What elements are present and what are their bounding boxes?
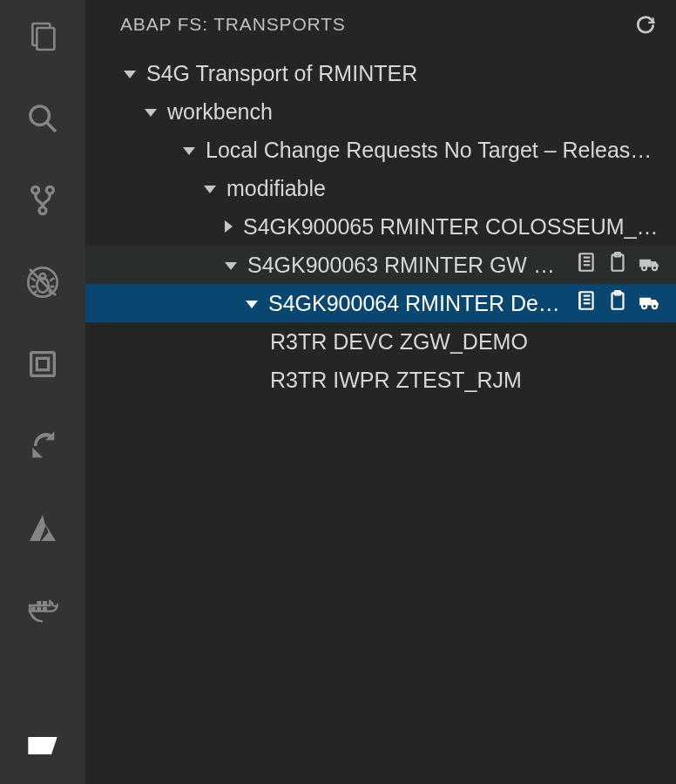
open-reference-icon[interactable] bbox=[575, 288, 598, 318]
azure-icon[interactable] bbox=[22, 507, 64, 549]
docker-icon[interactable] bbox=[22, 589, 64, 631]
clipboard-icon[interactable] bbox=[606, 288, 629, 318]
tree-label: Local Change Requests No Target – Releas… bbox=[206, 138, 660, 163]
chevron-down-icon bbox=[183, 147, 195, 155]
tree-label: R3TR DEVC ZGW_DEMO bbox=[270, 329, 660, 355]
live-share-icon[interactable] bbox=[22, 425, 64, 467]
source-control-icon[interactable] bbox=[22, 179, 64, 221]
svg-line-3 bbox=[47, 123, 56, 132]
active-tool-icon[interactable] bbox=[22, 725, 64, 767]
chevron-down-icon bbox=[204, 186, 216, 193]
tree-transport-063[interactable]: S4GK900063 RMINTER GW … bbox=[85, 246, 676, 284]
side-panel: ABAP FS: TRANSPORTS S4G Transport of RMI… bbox=[85, 0, 676, 784]
chevron-down-icon bbox=[225, 262, 237, 270]
tree-label: R3TR IWPR ZTEST_RJM bbox=[270, 368, 660, 393]
chevron-down-icon bbox=[124, 71, 136, 78]
row-actions bbox=[575, 288, 660, 318]
tree-label: S4GK900064 RMINTER De… bbox=[268, 291, 568, 316]
svg-point-33 bbox=[652, 266, 657, 270]
svg-line-10 bbox=[31, 278, 36, 280]
svg-line-11 bbox=[50, 278, 54, 280]
chevron-right-icon bbox=[225, 220, 233, 233]
tree-local-change-requests[interactable]: Local Change Requests No Target – Releas… bbox=[85, 131, 676, 169]
panel-header: ABAP FS: TRANSPORTS bbox=[85, 0, 676, 49]
tree-object-iwpr[interactable]: R3TR IWPR ZTEST_RJM bbox=[85, 361, 676, 399]
svg-point-32 bbox=[642, 266, 646, 270]
chevron-down-icon bbox=[145, 109, 157, 117]
svg-rect-17 bbox=[31, 353, 55, 376]
svg-point-43 bbox=[652, 304, 657, 308]
svg-point-4 bbox=[32, 186, 39, 193]
tree-workbench[interactable]: workbench bbox=[85, 92, 676, 131]
tree-label: S4GK900063 RMINTER GW … bbox=[247, 253, 568, 278]
search-icon[interactable] bbox=[22, 98, 64, 139]
svg-point-6 bbox=[39, 207, 46, 214]
chevron-down-icon bbox=[246, 301, 258, 308]
svg-point-9 bbox=[40, 274, 46, 280]
tree-root[interactable]: S4G Transport of RMINTER bbox=[85, 54, 676, 92]
svg-rect-1 bbox=[37, 28, 54, 50]
tree-object-devc[interactable]: R3TR DEVC ZGW_DEMO bbox=[85, 322, 676, 361]
explorer-icon[interactable] bbox=[22, 16, 64, 57]
release-transport-icon[interactable] bbox=[638, 288, 660, 318]
abap-transport-icon[interactable] bbox=[22, 343, 64, 385]
tree-label: S4GK900065 RMINTER COLOSSEUM_… bbox=[243, 214, 660, 240]
svg-point-2 bbox=[30, 106, 50, 125]
tree-transport-065[interactable]: S4GK900065 RMINTER COLOSSEUM_… bbox=[85, 207, 676, 246]
tree-label: S4G Transport of RMINTER bbox=[146, 61, 660, 86]
transport-tree: S4G Transport of RMINTER workbench Local… bbox=[85, 49, 676, 399]
tree-label: modifiable bbox=[226, 176, 660, 201]
tree-transport-064[interactable]: S4GK900064 RMINTER De… bbox=[85, 284, 676, 322]
svg-line-14 bbox=[32, 291, 37, 294]
release-transport-icon[interactable] bbox=[638, 250, 660, 280]
tree-modifiable[interactable]: modifiable bbox=[85, 169, 676, 207]
activity-bar bbox=[0, 0, 85, 784]
debug-icon[interactable] bbox=[22, 261, 64, 303]
clipboard-icon[interactable] bbox=[606, 250, 629, 280]
svg-point-42 bbox=[642, 304, 646, 308]
refresh-icon[interactable] bbox=[634, 13, 657, 36]
svg-point-5 bbox=[46, 186, 53, 193]
svg-rect-18 bbox=[37, 358, 48, 369]
panel-title: ABAP FS: TRANSPORTS bbox=[120, 14, 634, 35]
open-reference-icon[interactable] bbox=[575, 250, 598, 280]
row-actions bbox=[575, 250, 660, 280]
tree-label: workbench bbox=[167, 99, 660, 125]
